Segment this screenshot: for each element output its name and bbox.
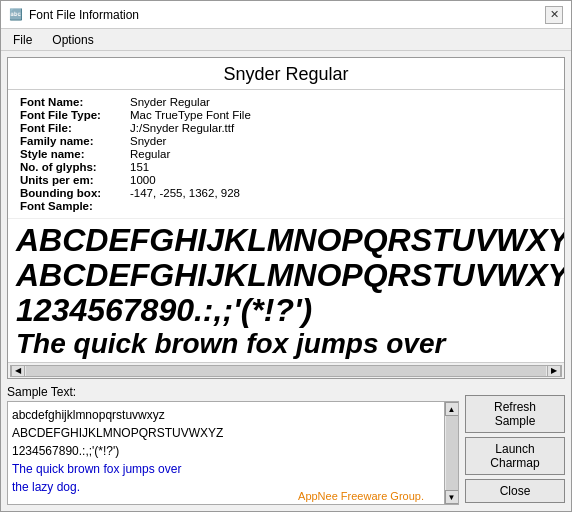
refresh-sample-button[interactable]: Refresh Sample bbox=[465, 395, 565, 433]
textarea-line-sentence1: The quick brown fox jumps over bbox=[12, 460, 440, 478]
sample-line-3: 1234567890.:,;'(*!?') bbox=[16, 293, 556, 328]
font-display-title: Snyder Regular bbox=[8, 58, 564, 90]
menu-file[interactable]: File bbox=[9, 32, 36, 48]
info-label-1: Font File Type: bbox=[20, 109, 130, 121]
horizontal-scrollbar[interactable]: ◀ ▶ bbox=[10, 365, 562, 377]
close-window-button[interactable]: ✕ bbox=[545, 6, 563, 24]
menu-bar: File Options bbox=[1, 29, 571, 51]
info-label-5: No. of glyphs: bbox=[20, 161, 130, 173]
info-value-4: Regular bbox=[130, 148, 170, 160]
textarea-scroll-track[interactable] bbox=[446, 416, 458, 490]
watermark-text: AppNee Freeware Group. bbox=[298, 490, 424, 502]
scroll-left-button[interactable]: ◀ bbox=[11, 365, 25, 377]
sample-text-area: Sample Text: abcdefghijklmnopqrstuvwxyz … bbox=[7, 385, 459, 505]
info-label-3: Family name: bbox=[20, 135, 130, 147]
textarea-line-numbers: 1234567890.:,;'(*!?') bbox=[12, 442, 440, 460]
horizontal-scrollbar-area: ◀ ▶ bbox=[8, 362, 564, 378]
textarea-scroll-up[interactable]: ▲ bbox=[445, 402, 459, 416]
info-row-6: Units per em: 1000 bbox=[20, 174, 552, 186]
info-row-8: Font Sample: bbox=[20, 200, 552, 212]
info-value-5: 151 bbox=[130, 161, 149, 173]
main-window: 🔤 Font File Information ✕ File Options S… bbox=[0, 0, 572, 512]
info-row-2: Font File: J:/Snyder Regular.ttf bbox=[20, 122, 552, 134]
font-info-section: Font Name: Snyder Regular Font File Type… bbox=[8, 90, 564, 219]
title-bar: 🔤 Font File Information ✕ bbox=[1, 1, 571, 29]
close-button[interactable]: Close bbox=[465, 479, 565, 503]
info-label-8: Font Sample: bbox=[20, 200, 130, 212]
info-row-4: Style name: Regular bbox=[20, 148, 552, 160]
info-label-4: Style name: bbox=[20, 148, 130, 160]
scroll-track[interactable] bbox=[26, 366, 546, 376]
sample-textarea-wrapper: abcdefghijklmnopqrstuvwxyz ABCDEFGHIJKLM… bbox=[7, 401, 459, 505]
info-label-6: Units per em: bbox=[20, 174, 130, 186]
info-row-1: Font File Type: Mac TrueType Font File bbox=[20, 109, 552, 121]
textarea-line-uppercase: ABCDEFGHIJKLMNOPQRSTUVWXYZ bbox=[12, 424, 440, 442]
sample-line-1: ABCDEFGHIJKLMNOPQRSTUVWXYZ bbox=[16, 223, 556, 258]
window-title: Font File Information bbox=[29, 8, 139, 22]
info-row-5: No. of glyphs: 151 bbox=[20, 161, 552, 173]
app-icon: 🔤 bbox=[9, 8, 23, 22]
info-value-6: 1000 bbox=[130, 174, 156, 186]
buttons-area: Refresh Sample Launch Charmap Close bbox=[465, 385, 565, 505]
sample-line-2: ABCDEFGHIJKLMNOPQRSTUVWXY bbox=[16, 258, 556, 293]
font-sample-area: ABCDEFGHIJKLMNOPQRSTUVWXYZ ABCDEFGHIJKLM… bbox=[8, 219, 564, 362]
info-value-1: Mac TrueType Font File bbox=[130, 109, 251, 121]
info-value-2: J:/Snyder Regular.ttf bbox=[130, 122, 234, 134]
bottom-section: Sample Text: abcdefghijklmnopqrstuvwxyz … bbox=[7, 385, 565, 505]
info-row-3: Family name: Snyder bbox=[20, 135, 552, 147]
info-row-7: Bounding box: -147, -255, 1362, 928 bbox=[20, 187, 552, 199]
info-label-2: Font File: bbox=[20, 122, 130, 134]
main-content: Snyder Regular Font Name: Snyder Regular… bbox=[1, 51, 571, 511]
scroll-right-button[interactable]: ▶ bbox=[547, 365, 561, 377]
info-value-0: Snyder Regular bbox=[130, 96, 210, 108]
sample-line-4: The quick brown fox jumps over bbox=[16, 329, 556, 360]
info-label-0: Font Name: bbox=[20, 96, 130, 108]
title-bar-left: 🔤 Font File Information bbox=[9, 8, 139, 22]
font-display-area: Snyder Regular Font Name: Snyder Regular… bbox=[7, 57, 565, 379]
menu-options[interactable]: Options bbox=[48, 32, 97, 48]
textarea-scroll-down[interactable]: ▼ bbox=[445, 490, 459, 504]
sample-text-label: Sample Text: bbox=[7, 385, 459, 399]
info-value-7: -147, -255, 1362, 928 bbox=[130, 187, 240, 199]
info-row-0: Font Name: Snyder Regular bbox=[20, 96, 552, 108]
textarea-line-lowercase: abcdefghijklmnopqrstuvwxyz bbox=[12, 406, 440, 424]
textarea-scrollbar: ▲ ▼ bbox=[444, 402, 458, 504]
info-value-3: Snyder bbox=[130, 135, 166, 147]
launch-charmap-button[interactable]: Launch Charmap bbox=[465, 437, 565, 475]
info-label-7: Bounding box: bbox=[20, 187, 130, 199]
